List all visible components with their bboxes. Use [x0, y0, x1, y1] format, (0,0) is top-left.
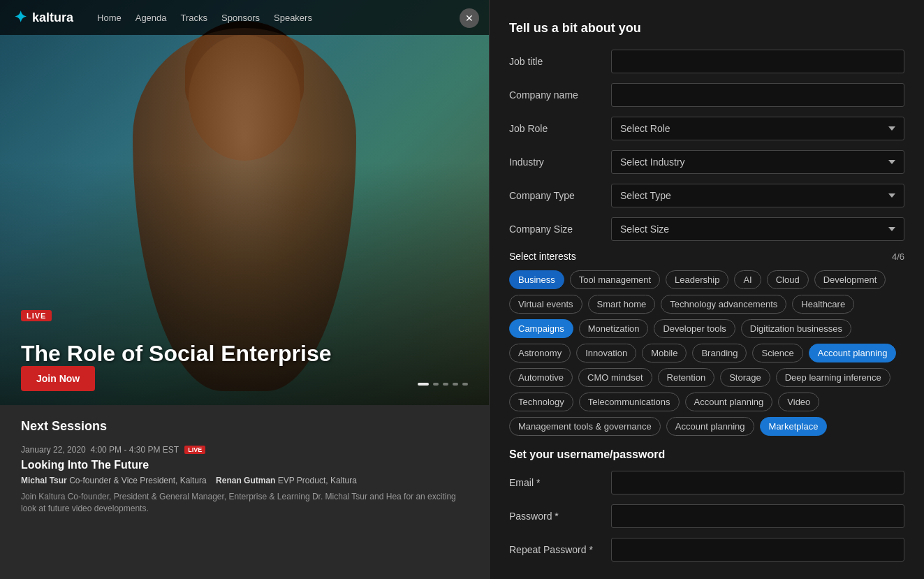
tag-item[interactable]: Technology advancements	[661, 295, 786, 314]
join-now-button[interactable]: Join Now	[21, 366, 95, 391]
tag-item[interactable]: Virtual events	[509, 295, 582, 314]
tag-item[interactable]: Telecommunications	[579, 393, 680, 411]
speaker2-role: EVP Product, Kaltura	[278, 476, 357, 485]
live-badge: LIVE	[21, 310, 52, 321]
tag-item[interactable]: Healthcare	[792, 295, 854, 314]
company-size-label: Company Size	[509, 223, 600, 235]
logo-text: kaltura	[32, 10, 73, 25]
company-type-select[interactable]: Select Type	[611, 184, 904, 207]
speaker2-name: Renan Gutman	[216, 476, 275, 485]
slide-dot-3[interactable]	[443, 383, 448, 386]
tag-item[interactable]: Branding	[692, 344, 747, 362]
tag-item[interactable]: Business	[509, 270, 564, 289]
interests-label: Select interests	[509, 251, 576, 262]
slide-dot-1[interactable]	[418, 383, 429, 386]
nav-links: Home Agenda Tracks Sponsors Speakers	[97, 13, 312, 23]
tag-item[interactable]: Account planning	[685, 393, 773, 411]
interests-count: 4/6	[892, 251, 904, 262]
nav-bar: ✦ kaltura Home Agenda Tracks Sponsors Sp…	[0, 0, 489, 35]
tag-item[interactable]: Digitization businesses	[741, 319, 851, 338]
next-sessions-panel: Next Sessions January 22, 2020 4:00 PM -…	[0, 405, 489, 579]
tag-item[interactable]: Science	[752, 344, 802, 362]
password-row: Password *	[509, 504, 904, 528]
password-input[interactable]	[611, 504, 904, 528]
hero-section: LIVE The Role of Social Enterprise Join …	[0, 0, 489, 405]
tag-item[interactable]: Developer tools	[654, 319, 735, 338]
company-type-row: Company Type Select Type	[509, 184, 904, 207]
tag-item[interactable]: Campaigns	[509, 319, 573, 338]
session-title: Looking Into The Future	[21, 459, 468, 471]
password-section-title: Set your username/password	[509, 448, 904, 461]
tag-item[interactable]: Management tools & governance	[509, 417, 661, 436]
tag-item[interactable]: Marketplace	[760, 417, 828, 436]
tag-item[interactable]: Tool management	[570, 270, 660, 289]
logo-icon: ✦	[14, 8, 27, 27]
session-date: January 22, 2020 4:00 PM - 4:30 PM EST	[21, 445, 179, 455]
tag-item[interactable]: Account planning	[809, 344, 897, 362]
slide-dot-4[interactable]	[453, 383, 458, 386]
left-panel: ✦ kaltura Home Agenda Tracks Sponsors Sp…	[0, 0, 489, 579]
slide-dots	[418, 383, 468, 386]
repeat-password-label: Repeat Password *	[509, 544, 600, 555]
nav-tracks[interactable]: Tracks	[181, 13, 208, 23]
tag-item[interactable]: Storage	[720, 368, 770, 387]
tag-item[interactable]: Cloud	[767, 270, 809, 289]
email-row: Email *	[509, 471, 904, 494]
session-meta: January 22, 2020 4:00 PM - 4:30 PM EST L…	[21, 445, 468, 455]
session-speakers: Michal Tsur Co-founder & Vice President,…	[21, 476, 468, 485]
job-title-input[interactable]	[611, 50, 904, 73]
company-name-label: Company name	[509, 89, 600, 101]
tag-item[interactable]: Deep learning inference	[776, 368, 890, 387]
company-size-select[interactable]: Select Size	[611, 217, 904, 241]
nav-home[interactable]: Home	[97, 13, 122, 23]
session-live-badge: LIVE	[184, 446, 205, 454]
session-card: January 22, 2020 4:00 PM - 4:30 PM EST L…	[21, 445, 468, 515]
tag-item[interactable]: Retention	[658, 368, 715, 387]
nav-agenda[interactable]: Agenda	[135, 13, 167, 23]
logo: ✦ kaltura	[14, 8, 73, 27]
slide-dot-2[interactable]	[433, 383, 439, 386]
interests-header: Select interests 4/6	[509, 251, 904, 262]
job-title-row: Job title	[509, 50, 904, 73]
job-role-label: Job Role	[509, 123, 600, 134]
job-role-select[interactable]: Select Role	[611, 117, 904, 140]
industry-select[interactable]: Select Industry	[611, 150, 904, 174]
job-title-label: Job title	[509, 56, 600, 67]
tag-item[interactable]: Automotive	[509, 368, 573, 387]
slide-dot-5[interactable]	[462, 383, 468, 386]
next-sessions-title: Next Sessions	[21, 419, 468, 434]
tag-item[interactable]: Mobile	[642, 344, 687, 362]
form-section-title: Tell us a bit about you	[509, 21, 904, 36]
company-type-label: Company Type	[509, 190, 600, 201]
tag-item[interactable]: Astronomy	[509, 344, 571, 362]
company-name-row: Company name	[509, 83, 904, 107]
email-label: Email *	[509, 477, 600, 488]
company-size-row: Company Size Select Size	[509, 217, 904, 241]
email-input[interactable]	[611, 471, 904, 494]
repeat-password-row: Repeat Password *	[509, 538, 904, 562]
close-button[interactable]: ✕	[460, 8, 479, 28]
speaker1-role: Co-founder & Vice President, Kaltura	[69, 476, 207, 485]
tag-item[interactable]: Technology	[509, 393, 573, 411]
speaker1-name: Michal Tsur	[21, 476, 67, 485]
right-panel: Tell us a bit about you Job title Compan…	[489, 0, 924, 579]
tag-item[interactable]: AI	[734, 270, 761, 289]
tag-item[interactable]: CMO mindset	[578, 368, 652, 387]
tag-item[interactable]: Leadership	[666, 270, 728, 289]
tag-item[interactable]: Video	[778, 393, 819, 411]
session-description: Join Kaltura Co-founder, President & Gen…	[21, 491, 468, 515]
tag-item[interactable]: Development	[814, 270, 886, 289]
job-role-row: Job Role Select Role	[509, 117, 904, 140]
hero-title: The Role of Social Enterprise	[21, 340, 468, 367]
nav-sponsors[interactable]: Sponsors	[221, 13, 260, 23]
company-name-input[interactable]	[611, 83, 904, 107]
industry-label: Industry	[509, 156, 600, 168]
repeat-password-input[interactable]	[611, 538, 904, 562]
tag-item[interactable]: Monetization	[579, 319, 649, 338]
tag-item[interactable]: Account planning	[666, 417, 754, 436]
tag-item[interactable]: Innovation	[576, 344, 636, 362]
tag-item[interactable]: Smart home	[588, 295, 656, 314]
industry-row: Industry Select Industry	[509, 150, 904, 174]
tags-container: BusinessTool managementLeadershipAICloud…	[509, 270, 904, 436]
nav-speakers[interactable]: Speakers	[274, 13, 312, 23]
